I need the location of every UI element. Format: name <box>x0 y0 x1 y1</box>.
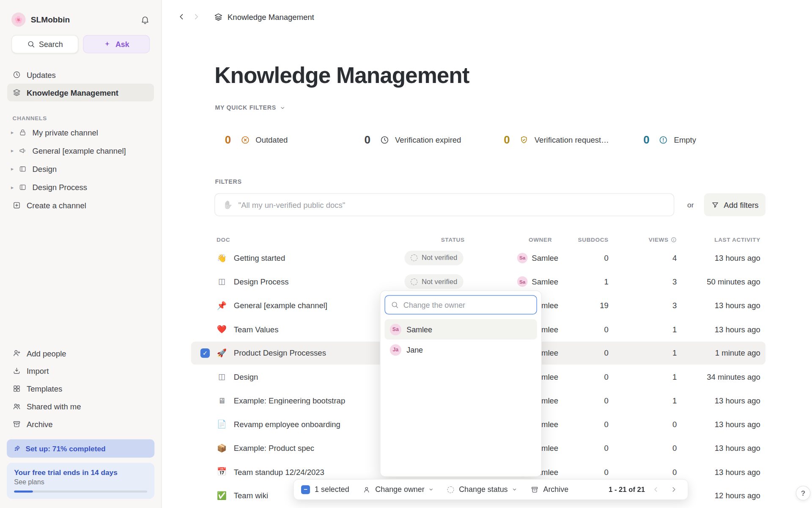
doc-name: Team standup 12/24/2023 <box>234 467 324 476</box>
doc-cell[interactable]: 📌 General [example channel] <box>214 301 404 310</box>
bell-icon[interactable] <box>140 15 150 24</box>
pagination-prev-icon[interactable] <box>649 483 663 496</box>
stat-count: 0 <box>643 133 649 146</box>
column-header-subdocs[interactable]: SUBDOCS <box>569 237 611 243</box>
filter-query-box[interactable]: ✋ <box>214 193 674 216</box>
status-badge[interactable]: Not verified <box>404 274 464 289</box>
create-channel-button[interactable]: Create a channel <box>7 196 154 214</box>
sidebar-item-updates[interactable]: Updates <box>7 66 154 83</box>
disclosure-caret-icon[interactable]: ▸ <box>9 130 15 135</box>
add-filters-button[interactable]: Add filters <box>704 193 765 216</box>
subdocs-count: 19 <box>569 301 611 310</box>
change-status-button[interactable]: Change status <box>447 485 517 494</box>
subdocs-count: 0 <box>569 325 611 334</box>
status-badge[interactable]: Not verified <box>404 251 464 265</box>
owner-search-box[interactable] <box>384 295 537 315</box>
stat-card[interactable]: 0 Verification expired <box>354 120 487 160</box>
last-activity: 13 hours ago <box>678 467 765 476</box>
sidebar-item-import[interactable]: Import <box>7 362 154 380</box>
clock-icon <box>13 71 21 79</box>
disclosure-caret-icon[interactable]: ▸ <box>9 185 15 190</box>
column-header-last-activity[interactable]: LAST ACTIVITY <box>678 237 765 243</box>
topbar: Knowledge Management <box>162 0 812 33</box>
sidebar-channel-item[interactable]: ▸ General [example channel] <box>5 141 156 160</box>
funnel-icon <box>711 201 719 209</box>
doc-name: Design <box>234 372 258 381</box>
doc-cell[interactable]: 📅 Team standup 12/24/2023 <box>214 467 404 476</box>
change-owner-button[interactable]: Change owner <box>363 485 434 494</box>
sidebar-item-label: Templates <box>27 384 62 393</box>
table-row[interactable]: ✓ 👋 Getting started Not verified <box>214 246 765 270</box>
doc-cell[interactable]: 📦 Example: Product spec <box>214 443 404 453</box>
help-button[interactable]: ? <box>796 486 811 501</box>
quick-filters-toggle[interactable]: MY QUICK FILTERS <box>215 105 285 111</box>
doc-cell[interactable]: 👋 Getting started <box>214 253 404 262</box>
sidebar-item-add-people[interactable]: Add people <box>7 344 154 362</box>
indeterminate-checkbox-icon[interactable]: − <box>301 485 310 494</box>
see-plans-link[interactable]: See plans <box>14 478 147 486</box>
history-back-icon[interactable] <box>174 9 189 24</box>
selection-count[interactable]: − 1 selected <box>301 485 349 494</box>
column-header-owner[interactable]: OWNER <box>517 237 569 243</box>
archive-button[interactable]: Archive <box>531 485 568 494</box>
doc-cell[interactable]: 🚀 Product Design Processes <box>214 348 404 358</box>
subdocs-count: 1 <box>569 277 611 286</box>
doc-name: Example: Product spec <box>234 444 314 453</box>
stat-card[interactable]: 0 Verification request… <box>494 120 626 160</box>
table-row[interactable]: ✓ ◫ Design Process Not verified <box>214 270 765 293</box>
workspace-name: SLMobbin <box>31 15 70 24</box>
status-cell[interactable]: Not verified <box>404 274 464 289</box>
history-forward-icon[interactable] <box>189 9 204 24</box>
disclosure-caret-icon[interactable]: ▸ <box>9 148 15 154</box>
stat-card[interactable]: 0 Outdated <box>214 120 347 160</box>
app-canvas: 🌸 SLMobbin Search Ask Updates K <box>0 0 812 508</box>
owner-option[interactable]: Ja Jane <box>384 340 537 360</box>
views-count: 3 <box>611 301 678 310</box>
pagination-next-icon[interactable] <box>667 483 680 496</box>
trial-card[interactable]: Your free trial ends in 14 days See plan… <box>7 463 154 499</box>
owner-search-input[interactable] <box>403 301 531 309</box>
page-title: Knowledge Management <box>214 63 469 88</box>
workspace-row[interactable]: 🌸 SLMobbin <box>0 0 161 35</box>
breadcrumb-label: Knowledge Management <box>228 12 314 21</box>
doc-cell[interactable]: ◫ Design Process <box>214 277 404 286</box>
filter-query-input[interactable] <box>239 200 666 209</box>
add-filters-label: Add filters <box>724 200 758 209</box>
doc-cell[interactable]: 📄 Revamp employee onboarding <box>214 420 404 429</box>
doc-cell[interactable]: ◫ Design <box>214 372 404 381</box>
doc-cell[interactable]: ❤️ Team Values <box>214 325 404 334</box>
megaphone-icon <box>19 147 27 155</box>
disclosure-caret-icon[interactable]: ▸ <box>9 166 15 172</box>
sidebar-channel-item[interactable]: ▸ Design Process <box>5 178 156 196</box>
setup-progress-banner[interactable]: Set up: 71% completed <box>7 439 154 458</box>
breadcrumb[interactable]: Knowledge Management <box>214 12 314 21</box>
sidebar-item-knowledge-management[interactable]: Knowledge Management <box>7 83 154 101</box>
sidebar-item-shared-with-me[interactable]: Shared with me <box>7 398 154 415</box>
circle-x-icon <box>240 135 250 144</box>
owner-cell[interactable]: Sa Samlee <box>517 253 569 263</box>
search-button[interactable]: Search <box>11 35 78 53</box>
change-owner-popup: Sa Samlee Ja Jane <box>380 290 542 477</box>
owner-option[interactable]: Sa Samlee <box>384 319 537 340</box>
doc-name: General [example channel] <box>234 301 327 310</box>
subdocs-count: 0 <box>569 420 611 429</box>
owner-cell[interactable]: Sa Samlee <box>517 276 569 287</box>
search-icon <box>391 301 399 309</box>
create-channel-block: Create a channel <box>0 196 161 214</box>
sidebar-channel-item[interactable]: ▸ My private channel <box>5 123 156 141</box>
column-header-status[interactable]: STATUS <box>404 237 517 243</box>
info-icon <box>671 237 677 243</box>
sidebar-channel-item[interactable]: ▸ Design <box>5 160 156 178</box>
stat-card[interactable]: 0 Empty <box>633 120 765 160</box>
status-cell[interactable]: Not verified <box>404 251 464 265</box>
column-header-views[interactable]: VIEWS <box>611 237 678 243</box>
sidebar-item-archive[interactable]: Archive <box>7 415 154 433</box>
row-checkbox[interactable]: ✓ <box>200 348 210 358</box>
doc-name: Getting started <box>234 254 285 262</box>
ask-button[interactable]: Ask <box>83 35 150 53</box>
views-count: 0 <box>611 420 678 429</box>
sidebar-item-templates[interactable]: Templates <box>7 380 154 398</box>
create-channel-label: Create a channel <box>27 201 86 210</box>
column-header-doc[interactable]: DOC <box>214 237 404 243</box>
doc-cell[interactable]: 🖥 Example: Engineering bootstrap <box>214 396 404 405</box>
